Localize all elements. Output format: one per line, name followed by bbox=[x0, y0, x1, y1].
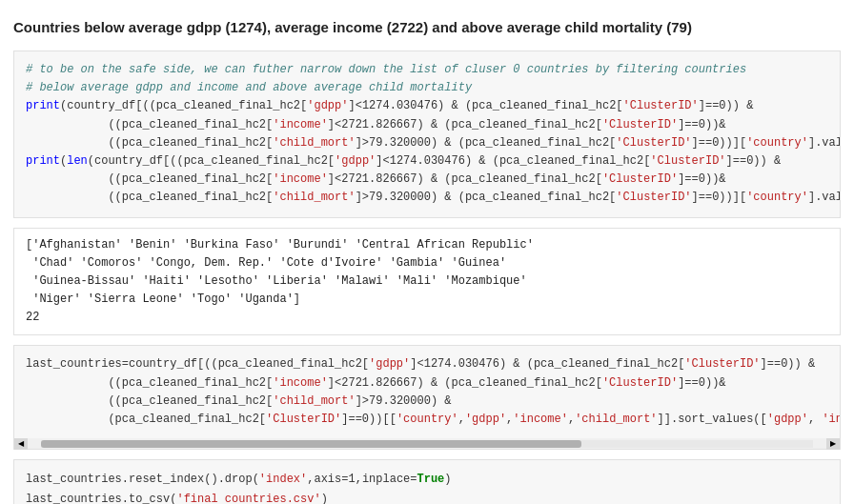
code-line-print2: print(len(country_df[((pca_cleaned_final… bbox=[26, 154, 781, 168]
output-line-5: 22 bbox=[26, 311, 39, 324]
comment-line-2: # below average gdpp and income and abov… bbox=[26, 81, 472, 94]
code-line-last3: ((pca_cleaned_final_hc2['child_mort']>79… bbox=[26, 394, 452, 408]
code-reset: last_countries.reset_index().drop('index… bbox=[26, 473, 452, 486]
output-line-3: 'Guinea-Bissau' 'Haiti' 'Lesotho' 'Liber… bbox=[26, 274, 527, 288]
code-line-income1: ((pca_cleaned_final_hc2['income']<2721.8… bbox=[26, 118, 726, 131]
code-block-3: last_countries.reset_index().drop('index… bbox=[13, 459, 841, 504]
output-block-1: ['Afghanistan' 'Benin' 'Burkina Faso' 'B… bbox=[13, 228, 841, 336]
page-title: Countries below average gdpp (1274), ave… bbox=[13, 17, 841, 37]
output-line-4: 'Niger' 'Sierra Leone' 'Togo' 'Uganda'] bbox=[26, 292, 300, 306]
code-line-print1: print(country_df[((pca_cleaned_final_hc2… bbox=[26, 99, 753, 112]
scroll-right-arrow[interactable]: ▶ bbox=[826, 438, 840, 450]
output-line-1: ['Afghanistan' 'Benin' 'Burkina Faso' 'B… bbox=[26, 238, 534, 252]
title-section: Countries below average gdpp (1274), ave… bbox=[13, 10, 841, 50]
scroll-left-arrow[interactable]: ◀ bbox=[14, 438, 28, 450]
code-tocsv: last_countries.to_csv('final countries.c… bbox=[26, 493, 328, 504]
code-line-last1: last_countries=country_df[((pca_cleaned_… bbox=[26, 357, 815, 371]
comment-line-1: # to be on the safe side, we can futher … bbox=[26, 63, 746, 76]
code-line-last4: (pca_cleaned_final_hc2['ClusterID']==0))… bbox=[26, 413, 841, 426]
scrollbar-thumb bbox=[41, 440, 581, 448]
horizontal-scrollbar[interactable]: ◀ ▶ bbox=[13, 438, 841, 450]
code-line-childmort1: ((pca_cleaned_final_hc2['child_mort']>79… bbox=[26, 136, 841, 150]
code-block-2: last_countries=country_df[((pca_cleaned_… bbox=[13, 345, 841, 438]
code-line-income2: ((pca_cleaned_final_hc2['income']<2721.8… bbox=[26, 172, 726, 186]
page-container: Countries below average gdpp (1274), ave… bbox=[0, 0, 854, 504]
code-line-childmort2: ((pca_cleaned_final_hc2['child_mort']>79… bbox=[26, 191, 841, 204]
code-block-1: # to be on the safe side, we can futher … bbox=[13, 50, 841, 218]
output-line-2: 'Chad' 'Comoros' 'Congo, Dem. Rep.' 'Cot… bbox=[26, 256, 506, 270]
scrollbar-track bbox=[41, 440, 813, 448]
code-line-last2: ((pca_cleaned_final_hc2['income']<2721.8… bbox=[26, 376, 726, 390]
